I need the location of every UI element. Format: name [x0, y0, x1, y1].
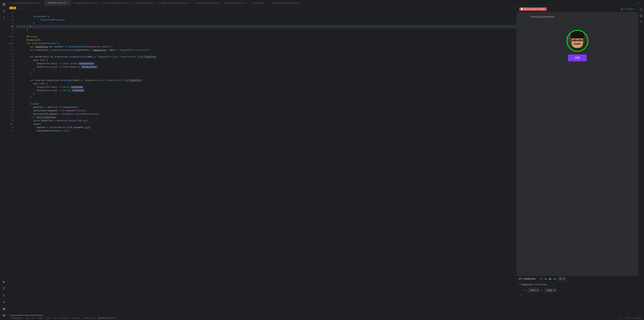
code-line-59: @Composable — [16, 38, 516, 42]
code-line-69: } — [16, 72, 516, 75]
tab-overflow-menu[interactable]: ≡ ⌄ ⌃ — [636, 0, 644, 6]
breadcrumb-learning[interactable]: learning — [71, 317, 80, 319]
horizontal-scrollbar[interactable] — [8, 315, 516, 316]
activity-icon-git[interactable] — [1, 286, 7, 292]
anim-play-button[interactable]: ▶ — [549, 277, 552, 281]
tab-close-5[interactable]: × — [190, 2, 191, 4]
activity-icon-project[interactable] — [1, 8, 7, 14]
activity-icon-settings[interactable] — [1, 312, 7, 319]
status-lf[interactable]: LF — [620, 317, 622, 319]
breadcrumb-sep-1: › — [23, 317, 24, 319]
breadcrumb-main[interactable]: main — [38, 317, 43, 319]
anim-step-back-button[interactable]: ⏮ — [544, 277, 548, 280]
tab-close-6[interactable]: × — [219, 2, 220, 4]
tab-close-2[interactable]: × — [98, 2, 99, 4]
tab-floatanim[interactable]: K FloatAnimationSpec.kt × — [270, 0, 304, 6]
avatar-container — [566, 30, 588, 52]
tab-vector-converters[interactable]: K VectorConverters.kt × — [101, 0, 133, 6]
stop-animation-preview-button[interactable]: Stop Animation Preview — [519, 8, 547, 11]
tab-animatable[interactable]: K Animatable.kt × — [133, 0, 157, 6]
right-panel-preview-icon[interactable] — [639, 8, 644, 12]
expand-icon[interactable]: ∧ ∨ — [17, 7, 21, 9]
breadcrumb-app[interactable]: app — [25, 317, 29, 319]
breadcrumb-mainactivity[interactable]: MainActivity.kt — [98, 317, 115, 319]
speed-selector[interactable]: 1x — [558, 277, 566, 281]
anim-content: ▶ ImageState Transition 212ms ⚙ ⇌ Small — [517, 282, 638, 316]
breadcrumb-com[interactable]: com — [54, 317, 57, 319]
warning-badge[interactable]: ⚠ 11 — [10, 7, 16, 9]
breadcrumb-sep-6: › — [58, 317, 59, 319]
svg-point-5 — [4, 18, 4, 18]
code-line-82: ) { this: ColumnScope — [16, 116, 516, 119]
activity-icon-plugins[interactable] — [1, 299, 7, 305]
activity-icon-recent[interactable] — [1, 1, 7, 8]
tab-transition-kt[interactable]: K animation/Transition.kt × — [8, 0, 44, 6]
tab-animateasstate[interactable]: K AnimateAsState.kt × — [193, 0, 222, 6]
anim-reset-button[interactable]: ↺ — [540, 277, 543, 280]
code-line-84: Image( — [16, 122, 516, 126]
anim-step-forward-button[interactable]: ⏭ — [553, 277, 557, 280]
ln-72: 72 — [8, 82, 16, 85]
ln-85: 85 — [8, 126, 16, 129]
anim-state-settings-icon[interactable]: ⚙ — [523, 289, 524, 291]
svg-rect-3 — [4, 5, 5, 6]
scrollbar-thumb-h[interactable] — [10, 315, 43, 316]
state-to-dropdown[interactable]: Large — [544, 288, 556, 292]
tab-close-9[interactable]: × — [301, 2, 302, 4]
breadcrumb-composeblog[interactable]: ComposeBlog — [10, 317, 22, 319]
anim-state-swap-icon[interactable]: ⇌ — [525, 289, 526, 291]
status-indent[interactable]: 4 spaces — [633, 317, 642, 319]
preview-panel: Stop Animation Preview Up-to-date ✓ Tran… — [516, 6, 644, 316]
code-line-77 — [16, 99, 516, 102]
code-line-86: contentDescription = null, — [16, 129, 516, 132]
activity-icon-terminal[interactable] — [1, 306, 7, 312]
code-line-64: val borderColor by transition.animateCol… — [16, 55, 516, 59]
tab-icon-0: K — [10, 2, 11, 4]
breadcrumb-src[interactable]: src — [32, 317, 35, 319]
tab-close-4[interactable]: × — [154, 2, 155, 4]
tab-close-1[interactable]: × — [68, 2, 69, 4]
right-panel-person-icon[interactable] — [639, 20, 644, 24]
tab-mainactivity-kt[interactable]: K MainActivity.kt × — [44, 0, 71, 6]
svg-point-4 — [4, 17, 4, 17]
all-animations-tab[interactable]: All Animations — [519, 278, 536, 280]
code-line-74: ImageState.Large -> 130.dp ^animateDp — [16, 89, 516, 92]
tab-singlevalue[interactable]: K SingleValueAnimation.kt × — [157, 0, 193, 6]
code-line-62: val transition = updateTransition(target… — [16, 48, 516, 52]
tab-close-8[interactable]: × — [267, 2, 268, 4]
right-panel-layout-icon[interactable] — [639, 14, 644, 18]
main-container: K animation/Transition.kt × K MainActivi… — [8, 0, 644, 320]
tab-easing[interactable]: K Easing.kt × — [250, 0, 270, 6]
activity-icon-run[interactable] — [1, 279, 7, 285]
breadcrumb-java[interactable]: java — [46, 317, 50, 319]
avatar-image — [567, 31, 588, 51]
breadcrumb-coolpad[interactable]: coolpad — [60, 317, 68, 319]
tab-icon-4: K — [135, 2, 136, 4]
status-encoding[interactable]: UTF-8 — [625, 317, 630, 319]
breadcrumb-composeblog2[interactable]: composeblog — [83, 317, 95, 319]
tab-close-3[interactable]: × — [129, 2, 130, 4]
ln-56: 56 — [8, 28, 16, 32]
activity-icon-more[interactable] — [1, 15, 7, 21]
svg-rect-13 — [640, 15, 641, 17]
tab-animationspec[interactable]: K AnimationSpec.kt × — [222, 0, 250, 6]
anim-row-imagestate[interactable]: ▶ ImageState Transition 212ms — [517, 282, 638, 287]
state-from-dropdown[interactable]: Small — [528, 288, 539, 292]
code-line-55: } — [16, 25, 516, 28]
code-line-79: modifier = Modifier.fillMaxWidth(), — [16, 106, 516, 109]
activity-icon-search[interactable] — [1, 292, 7, 298]
tab-close-0[interactable]: × — [41, 2, 42, 4]
tab-close-7[interactable]: × — [247, 2, 248, 4]
code-container[interactable]: 51 52 53 54 55 56 57 ⚙58 59 ⊞60 61 62 63… — [8, 10, 516, 315]
ln-81: 81 — [8, 112, 16, 116]
switch-button[interactable]: 切换 — [568, 54, 587, 61]
svg-point-16 — [641, 21, 642, 22]
ln-77: 77 — [8, 99, 16, 102]
svg-point-11 — [3, 294, 4, 296]
ln-53: 53 — [8, 18, 16, 22]
tab-core-transition-kt[interactable]: K core/Transition.kt × — [71, 0, 101, 6]
up-to-date-status: Up-to-date ✓ — [621, 8, 635, 10]
ln-65: 65 — [8, 59, 16, 62]
tab-icon-8: K — [252, 2, 253, 4]
code-line-53: TransitionPreview() — [16, 18, 516, 22]
